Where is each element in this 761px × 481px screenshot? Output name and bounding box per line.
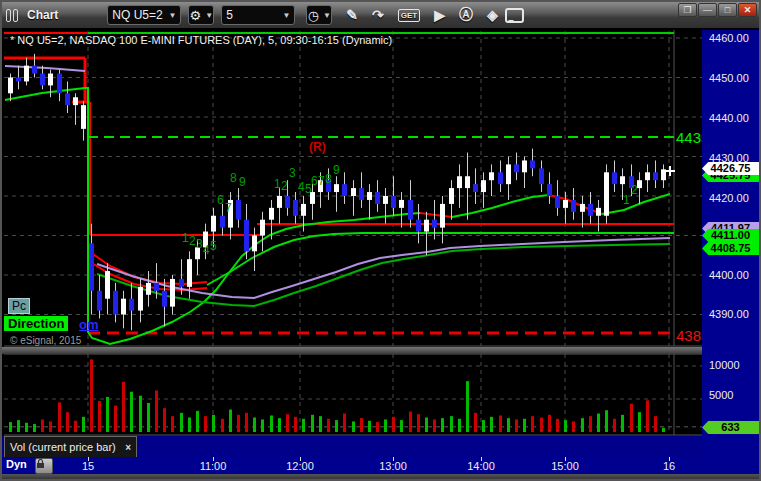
volume-bar	[425, 417, 428, 432]
time-tick-label: 15:00	[551, 460, 579, 472]
tab-label: Vol (current price bar)	[10, 441, 116, 453]
price-marker-badge: 4408.75	[702, 242, 759, 255]
chevron-down-icon[interactable]: ▼	[282, 11, 290, 20]
candle-body	[563, 200, 568, 208]
signal-number: 1	[623, 193, 630, 207]
volume-bar	[106, 397, 109, 432]
candle-body	[547, 184, 552, 196]
candle-body	[481, 180, 486, 192]
candle-body	[236, 200, 241, 220]
time-tick-label: 11:00	[200, 460, 227, 472]
signal-number: 9	[333, 163, 340, 177]
resistance-tag: (R)	[309, 140, 326, 154]
candle-body	[260, 220, 265, 236]
candle-body	[65, 93, 70, 105]
candle-body	[16, 78, 21, 82]
candle-body	[351, 188, 356, 196]
chevron-down-icon: ▼	[323, 11, 331, 20]
window-controls: ❐—□✕	[678, 3, 757, 17]
signal-number: 4	[298, 180, 305, 194]
candle-body	[539, 168, 544, 184]
volume-bar	[384, 419, 387, 432]
axis-tick-label: 4400.00	[709, 269, 749, 281]
candle-body	[252, 236, 257, 252]
volume-bar	[9, 422, 12, 432]
volume-bar	[540, 417, 543, 432]
candle-body	[57, 74, 62, 94]
volume-bar	[605, 410, 608, 432]
candle-body	[146, 283, 151, 295]
get-quotes-icon[interactable]: GET	[398, 9, 420, 22]
volume-bar	[433, 419, 436, 432]
candle-body	[645, 172, 650, 180]
volume-bar	[17, 420, 20, 432]
dyn-mode-label[interactable]: Dyn	[6, 458, 27, 470]
gear-icon[interactable]: ⚙▼	[188, 5, 214, 25]
volume-bar	[41, 419, 44, 432]
volume-bar	[662, 428, 665, 432]
auto-annotate-icon[interactable]: Ⓐ	[459, 6, 473, 24]
direction-study-label[interactable]: Direction	[4, 316, 68, 331]
volume-bar	[376, 422, 379, 432]
volume-bar	[450, 416, 453, 432]
symbol-input[interactable]: NQ U5=2 ▼	[107, 5, 181, 25]
axis-tick-label: 10000	[709, 359, 740, 371]
maximize-button[interactable]: □	[718, 3, 737, 17]
candle-body	[580, 204, 585, 212]
lock-icon[interactable]	[35, 458, 53, 474]
signal-number: 3	[196, 237, 203, 251]
volume-bar	[58, 402, 61, 432]
candle-body	[211, 216, 216, 232]
volume-bar	[523, 419, 526, 432]
tab-volume-study[interactable]: Vol (current price bar) ×	[4, 436, 137, 457]
time-axis[interactable]: Dyn 1511:0012:0013:0014:0015:0016	[2, 457, 760, 474]
trendline-icon[interactable]: ↷	[372, 7, 384, 23]
candle-body	[637, 180, 642, 188]
chevron-down-icon: ▼	[205, 11, 213, 20]
candle-body	[359, 188, 364, 200]
comment-bubble-icon[interactable]	[505, 8, 524, 23]
candle-body	[530, 160, 535, 168]
price-marker-badge: 4411.00	[702, 229, 759, 242]
close-button[interactable]: ✕	[738, 3, 757, 17]
clock-icon[interactable]: ◷▼	[306, 5, 332, 25]
pane-splitter[interactable]	[2, 347, 702, 354]
volume-bar	[572, 421, 575, 432]
volume-bar	[196, 411, 199, 432]
candle-body	[571, 200, 576, 212]
axis-tick-label: 4390.00	[709, 308, 749, 320]
candle-body	[121, 299, 126, 315]
pc-study-label[interactable]: Pc	[8, 298, 30, 314]
volume-bar	[564, 420, 567, 432]
paint-icon[interactable]: ◈	[487, 7, 498, 23]
candle-body	[113, 291, 118, 315]
candle-body	[154, 283, 159, 291]
close-tab-icon[interactable]: ×	[125, 442, 131, 453]
minimize-button[interactable]: —	[698, 3, 717, 17]
play-icon[interactable]: ▶	[434, 7, 445, 23]
volume-bar	[25, 423, 28, 432]
volume-bar	[654, 416, 657, 432]
volume-bar	[360, 418, 363, 432]
candle-body	[73, 97, 78, 105]
candle-body	[8, 78, 13, 94]
volume-bar	[441, 418, 444, 432]
time-tick-label: 16	[663, 460, 675, 472]
pencil-icon[interactable]: ✎	[346, 7, 358, 23]
interval-input[interactable]: 5 ▼	[221, 5, 295, 25]
price-axis[interactable]: 4460.004450.004440.004430.004420.004400.…	[702, 30, 760, 457]
volume-bar	[286, 414, 289, 432]
candle-body	[653, 172, 658, 180]
candle-body	[399, 200, 404, 208]
price-marker-badge: 633	[702, 421, 759, 434]
signal-number: 2	[281, 179, 288, 193]
watermark-link[interactable]: om	[79, 317, 99, 332]
signal-number: 8	[230, 171, 237, 185]
volume-bar	[335, 420, 338, 432]
volume-bar	[589, 416, 592, 432]
chevron-down-icon[interactable]: ▼	[168, 11, 176, 20]
candle-body	[293, 200, 298, 216]
volume-bar	[261, 419, 264, 432]
window-menu-button[interactable]: ❐	[678, 3, 697, 17]
volume-bar	[507, 418, 510, 432]
